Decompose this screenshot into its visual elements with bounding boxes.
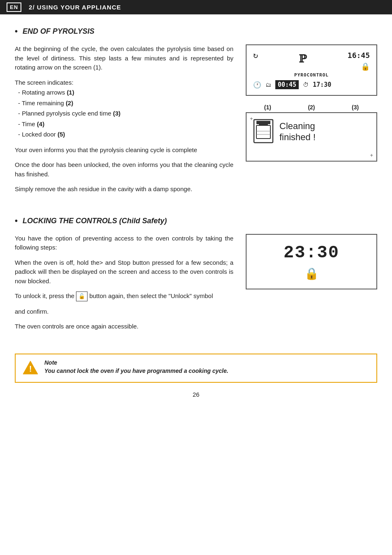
oven-icon — [253, 119, 274, 143]
cleaning-oven-container — [253, 119, 274, 145]
para-3: Your oven informs you that the pyrolysis… — [15, 146, 233, 155]
pyro-labels-row: (1) (2) (3) — [246, 104, 377, 111]
locked-door-icon: 🔒 — [361, 62, 370, 71]
section2-para-4: and confirm. — [15, 307, 233, 317]
pyro-center: ℙ — [299, 51, 307, 65]
section2-right: 23:30 🔒 — [246, 234, 377, 337]
list-item-5: - Locked door (5) — [18, 131, 65, 138]
para-4: Once the door has been unlocked, the ove… — [15, 160, 233, 179]
section1-title: • END OF PYROLYSIS — [15, 27, 377, 36]
lock-display: 23:30 🔒 — [246, 234, 377, 289]
section2-para-1: You have the option of preventing access… — [15, 234, 233, 252]
section1-content: At the beginning of the cycle, the oven … — [15, 44, 377, 200]
section2-content: You have the option of preventing access… — [15, 234, 377, 337]
section2-title: • LOCKING THE CONTROLS (Child Safety) — [15, 216, 377, 226]
label-1: (1) — [264, 104, 271, 111]
pyro-countdown: 00:45 — [275, 80, 299, 89]
corner-tl-icon: + — [250, 116, 253, 122]
pyro-label: PYROCONTROL — [253, 72, 370, 78]
bullet-icon-2: • — [15, 216, 18, 226]
language-badge: EN — [7, 2, 21, 12]
warning-icon-container: ! — [22, 359, 39, 377]
rotating-arrows-icon: ↻ — [253, 51, 258, 59]
svg-rect-1 — [256, 125, 270, 139]
pyro-file-icon: 🗂 — [265, 81, 271, 88]
bullet-icon: • — [15, 27, 18, 36]
para-1: At the beginning of the cycle, the oven … — [15, 44, 233, 72]
pyro-bottom-row: 🕐 🗂 00:45 ⏱ 17:30 — [253, 80, 370, 89]
note-text: You cannot lock the oven if you have pro… — [44, 368, 228, 374]
pyro-p-icon: ℙ — [299, 53, 307, 65]
pyro-end-time: 17:30 — [313, 81, 331, 88]
pyrocontrol-display: ↻ ℙ 16:45 🔒 PYROCONTROL — [246, 44, 377, 96]
section2-para-3: To unlock it, press the 🔓 button again, … — [15, 291, 233, 301]
section2-para-2: When the oven is off, hold the> and Stop… — [15, 258, 233, 286]
section2-left: You have the option of preventing access… — [15, 234, 233, 337]
note-box: ! Note You cannot lock the oven if you h… — [15, 354, 377, 383]
page-header: EN 2/ USING YOUR APPLIANCE — [0, 0, 392, 14]
cleaning-line2: finished ! — [279, 132, 316, 143]
padlock-icon: 🔒 — [304, 267, 319, 280]
cleaning-text: Cleaning finished ! — [279, 121, 316, 143]
section-title: 2/ USING YOUR APPLIANCE — [29, 4, 121, 11]
label-3: (3) — [352, 104, 359, 111]
cleaning-display: + + — [246, 112, 377, 162]
para-2: The screen indicates: - Rotating arrows … — [15, 78, 233, 140]
note-content: Note You cannot lock the oven if you hav… — [44, 359, 228, 374]
section1-left: At the beginning of the cycle, the oven … — [15, 44, 233, 200]
svg-rect-2 — [256, 121, 270, 124]
list-item-2: - Time remaining (2) — [18, 99, 73, 106]
pyro-top-row: ↻ ℙ 16:45 🔒 — [253, 51, 370, 71]
list-item-4: - Time (4) — [18, 120, 44, 127]
cleaning-line1: Cleaning — [279, 121, 316, 132]
section-locking-controls: • LOCKING THE CONTROLS (Child Safety) Yo… — [15, 216, 377, 337]
pyro-time: 16:45 — [348, 51, 370, 60]
pyro-left-icons: ↻ — [253, 51, 258, 59]
lock-time: 23:30 — [284, 243, 339, 263]
list-item-1: - Rotating arrows (1) — [18, 89, 74, 96]
timer-icon: ⏱ — [303, 81, 309, 88]
clock-icon: 🕐 — [253, 81, 261, 89]
cleaning-inner: Cleaning finished ! — [253, 119, 370, 145]
section1-right: ↻ ℙ 16:45 🔒 PYROCONTROL — [246, 44, 377, 200]
para-5: Simply remove the ash residue in the cav… — [15, 185, 233, 194]
corner-br-icon: + — [370, 152, 373, 158]
page-number: 26 — [15, 391, 377, 398]
section2-para-5: The oven controls are once again accessi… — [15, 322, 233, 331]
pyro-right-col: 16:45 🔒 — [348, 51, 370, 71]
warning-triangle-icon: ! — [22, 359, 39, 376]
list-item-3: - Planned pyrolysis cycle end time (3) — [18, 110, 120, 117]
section-end-of-pyrolysis: • END OF PYROLYSIS At the beginning of t… — [15, 27, 377, 200]
main-content: • END OF PYROLYSIS At the beginning of t… — [0, 27, 392, 398]
label-2: (2) — [308, 104, 315, 111]
note-title: Note — [44, 359, 228, 366]
svg-text:!: ! — [29, 364, 32, 373]
